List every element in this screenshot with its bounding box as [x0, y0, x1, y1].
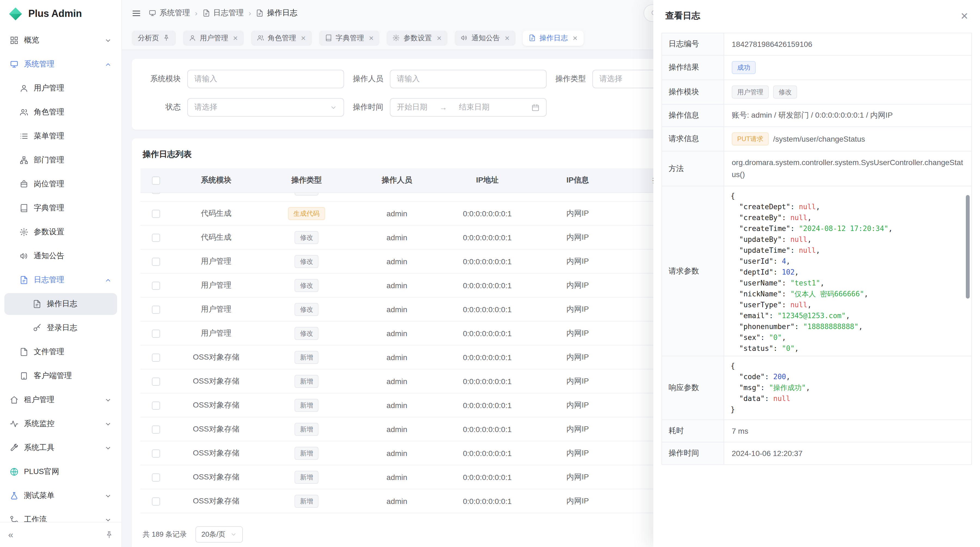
cell-module: OSS对象存储 — [171, 369, 261, 393]
sidebar-item-client-mgmt[interactable]: 客户端管理 — [4, 365, 117, 387]
sidebar-item-system-tools[interactable]: 系统工具 — [4, 437, 117, 459]
sidebar-item-tenant-mgmt[interactable]: 租户管理 — [4, 389, 117, 411]
pin-sidebar-icon[interactable] — [105, 531, 113, 539]
sidebar-item-operation-log[interactable]: 操作日志 — [4, 293, 117, 315]
sidebar-item-login-log[interactable]: 登录日志 — [4, 317, 117, 339]
sidebar-item-system-monitor[interactable]: 系统监控 — [4, 413, 117, 435]
row-checkbox[interactable] — [152, 474, 160, 482]
scrollbar-thumb[interactable] — [966, 195, 970, 299]
users-icon — [257, 34, 264, 41]
cell-operator: admin — [352, 417, 442, 441]
row-checkbox[interactable] — [152, 498, 160, 506]
tab-user-mgmt[interactable]: 用户管理× — [183, 30, 244, 46]
tab-param-settings[interactable]: 参数设置× — [387, 30, 448, 46]
sidebar-item-label: 部门管理 — [34, 155, 64, 165]
chevron-up-icon — [105, 61, 111, 68]
operation-type-tag: 新增 — [294, 375, 318, 388]
row-checkbox[interactable] — [152, 282, 160, 290]
close-tab-icon[interactable]: × — [369, 34, 374, 42]
wrench-icon — [10, 443, 19, 452]
collapse-sidebar-icon[interactable]: « — [8, 530, 13, 539]
sidebar-item-overview[interactable]: 概览 — [4, 29, 117, 51]
tab-operation-log[interactable]: 操作日志× — [523, 30, 584, 46]
row-checkbox[interactable] — [152, 234, 160, 242]
cell-ip-info: 内网IP — [533, 273, 623, 297]
tab-dict-mgmt[interactable]: 字典管理× — [319, 30, 380, 46]
row-checkbox[interactable] — [152, 258, 160, 266]
sidebar-item-post-mgmt[interactable]: 岗位管理 — [4, 173, 117, 195]
breadcrumb-item[interactable]: 操作日志 — [256, 8, 298, 18]
cell-ip: 0:0:0:0:0:0:0:1 — [442, 321, 533, 345]
tab-analysis[interactable]: 分析页 — [132, 30, 176, 46]
field-op-time: 操作时间 2024-10-06 12:20:37 — [662, 443, 972, 465]
sidebar-item-workflow[interactable]: 工作流 — [4, 509, 117, 522]
megaphone-icon — [20, 252, 28, 260]
sidebar-item-param-settings[interactable]: 参数设置 — [4, 221, 117, 243]
menu-toggle-icon[interactable] — [132, 8, 141, 18]
chevron-up-icon — [105, 276, 111, 284]
cell-ip-info: 内网IP — [533, 465, 623, 489]
sidebar-item-dept-mgmt[interactable]: 部门管理 — [4, 149, 117, 171]
sidebar-item-test-menu[interactable]: 测试菜单 — [4, 485, 117, 507]
breadcrumb-item[interactable]: 系统管理 — [149, 8, 190, 18]
cell-module: 用户管理 — [171, 273, 261, 297]
operator-input[interactable]: 请输入 — [390, 70, 547, 88]
log-table-row: OSS对象存储新增admin0:0:0:0:0:0:0:1内网IP成功 — [140, 441, 713, 465]
close-tab-icon[interactable]: × — [233, 34, 238, 42]
sidebar-item-menu-mgmt[interactable]: 菜单管理 — [4, 125, 117, 147]
close-tab-icon[interactable]: × — [505, 34, 510, 42]
log-table-row: 用户管理修改admin0:0:0:0:0:0:0:1内网IP成功 — [140, 321, 713, 345]
breadcrumb-separator: › — [248, 9, 251, 18]
close-tab-icon[interactable]: × — [437, 34, 442, 42]
monitor-icon — [10, 60, 19, 69]
system-module-input[interactable]: 请输入 — [187, 70, 344, 88]
close-icon[interactable]: × — [961, 10, 968, 22]
chevron-down-icon — [105, 516, 111, 522]
sidebar-item-system-mgmt[interactable]: 系统管理 — [4, 53, 117, 75]
row-checkbox[interactable] — [152, 426, 160, 434]
select-all-checkbox[interactable] — [152, 177, 160, 185]
sidebar-item-plus-website[interactable]: PLUS官网 — [4, 461, 117, 483]
tab-label: 分析页 — [138, 33, 159, 43]
sidebar-item-file-mgmt[interactable]: 文件管理 — [4, 341, 117, 363]
sidebar-item-label: PLUS官网 — [24, 467, 59, 477]
sidebar-item-label: 字典管理 — [34, 203, 64, 213]
badge-icon — [20, 180, 28, 188]
row-checkbox[interactable] — [152, 306, 160, 314]
sidebar-item-notice[interactable]: 通知公告 — [4, 245, 117, 267]
field-result: 操作结果 成功 — [662, 56, 972, 80]
sidebar-item-log-mgmt[interactable]: 日志管理 — [4, 269, 117, 291]
row-checkbox[interactable] — [152, 330, 160, 338]
row-checkbox[interactable] — [152, 378, 160, 386]
table-header-row: 系统模块操作类型操作人员IP地址IP信息操作状态 — [140, 168, 713, 192]
cell-operator: admin — [352, 321, 442, 345]
sidebar-item-dict-mgmt[interactable]: 字典管理 — [4, 197, 117, 219]
page-size-select[interactable]: 20条/页 — [196, 526, 243, 542]
cell-operator: admin — [352, 201, 442, 225]
filter-system-module: 系统模块 请输入 — [142, 70, 344, 88]
tab-notice[interactable]: 通知公告× — [455, 30, 515, 46]
log-table-row: 代码生成生成代码admin0:0:0:0:0:0:0:1内网IP成功 — [140, 201, 713, 225]
cell-module: OSS对象存储 — [171, 489, 261, 513]
status-select[interactable]: 请选择 — [187, 98, 344, 116]
row-checkbox[interactable] — [152, 210, 160, 218]
tab-label: 操作日志 — [539, 33, 568, 43]
sidebar-item-user-mgmt[interactable]: 用户管理 — [4, 77, 117, 99]
row-checkbox[interactable] — [152, 450, 160, 458]
operation-type-tag: 新增 — [294, 399, 318, 411]
close-tab-icon[interactable]: × — [573, 34, 578, 42]
sidebar-item-role-mgmt[interactable]: 角色管理 — [4, 101, 117, 123]
row-checkbox[interactable] — [152, 354, 160, 362]
row-checkbox[interactable] — [152, 402, 160, 410]
request-params-json[interactable]: { "createDept": null, "createBy": null, … — [731, 191, 965, 354]
view-log-drawer: 查看日志 × 日志编号 1842781986426159106 操作结果 成功 … — [653, 0, 980, 547]
close-tab-icon[interactable]: × — [301, 34, 306, 42]
operation-time-range[interactable]: 开始日期 → 结束日期 — [390, 98, 547, 116]
tab-role-mgmt[interactable]: 角色管理× — [251, 30, 312, 46]
log-table-row: 代码生成修改admin0:0:0:0:0:0:0:1内网IP成功 — [140, 225, 713, 249]
field-request-params: 请求参数 { "createDept": null, "createBy": n… — [662, 187, 972, 357]
breadcrumb-item[interactable]: 日志管理 — [202, 8, 243, 18]
row-checkbox[interactable] — [152, 193, 160, 194]
cell-ip-info: 内网IP — [533, 225, 623, 249]
field-method: 方法 org.dromara.system.controller.system.… — [662, 152, 972, 187]
